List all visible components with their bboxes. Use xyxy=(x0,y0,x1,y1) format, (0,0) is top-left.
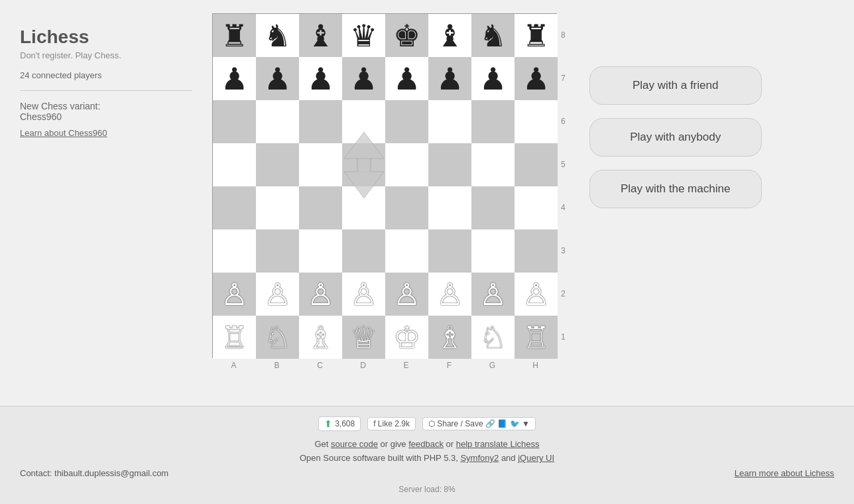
share-badge[interactable]: ⬡ Share / Save 🔗 📘 🐦 ▼ xyxy=(422,417,536,430)
symfony2-link[interactable]: Symfony2 xyxy=(460,453,499,463)
square-A3[interactable] xyxy=(213,229,256,273)
square-B8[interactable]: ♞ xyxy=(256,14,299,57)
square-H1[interactable]: ♖ xyxy=(515,316,558,359)
square-H7[interactable]: ♟ xyxy=(515,57,558,100)
square-B7[interactable]: ♟ xyxy=(256,57,299,100)
square-C2[interactable]: ♙ xyxy=(299,273,342,316)
square-D1[interactable]: ♕ xyxy=(342,316,385,359)
square-E8[interactable]: ♚ xyxy=(385,14,428,57)
square-C6[interactable] xyxy=(299,100,342,143)
square-F2[interactable]: ♙ xyxy=(428,273,471,316)
file-h: H xyxy=(514,361,557,370)
square-B1[interactable]: ♘ xyxy=(256,316,299,359)
square-A6[interactable] xyxy=(213,100,256,143)
square-D3[interactable] xyxy=(342,229,385,273)
square-F5[interactable] xyxy=(428,143,471,186)
square-H8[interactable]: ♜ xyxy=(515,14,558,57)
square-C5[interactable] xyxy=(299,143,342,186)
square-A4[interactable] xyxy=(213,186,256,229)
main-content: Lichess Don't register. Play Chess. 24 c… xyxy=(0,0,854,406)
square-A1[interactable]: ♖ xyxy=(213,316,256,359)
square-G5[interactable] xyxy=(471,143,515,186)
footer-links: Get source code or give feedback or help… xyxy=(13,439,841,449)
square-E1[interactable]: ♔ xyxy=(385,316,428,359)
footer: ⬆ 3,608 f Like 2.9k ⬡ Share / Save 🔗 📘 🐦… xyxy=(0,406,854,504)
square-H4[interactable] xyxy=(515,186,558,229)
learn-more-link[interactable]: Learn more about Lichess xyxy=(735,468,834,478)
square-E7[interactable]: ♟ xyxy=(385,57,428,100)
translate-link[interactable]: help translate Lichess xyxy=(456,439,540,449)
square-F8[interactable]: ♝ xyxy=(428,14,471,57)
square-D5[interactable] xyxy=(342,143,385,186)
square-G3[interactable] xyxy=(471,229,515,273)
square-B6[interactable] xyxy=(256,100,299,143)
square-C8[interactable]: ♝ xyxy=(299,14,342,57)
stumbleupon-badge[interactable]: ⬆ 3,608 xyxy=(318,416,361,431)
square-B4[interactable] xyxy=(256,186,299,229)
square-D6[interactable] xyxy=(342,100,385,143)
square-E5[interactable] xyxy=(385,143,428,186)
square-E6[interactable] xyxy=(385,100,428,143)
square-C1[interactable]: ♗ xyxy=(299,316,342,359)
square-C4[interactable] xyxy=(299,186,342,229)
square-D7[interactable]: ♟ xyxy=(342,57,385,100)
rank-5: 5 xyxy=(561,143,566,186)
su-count: 3,608 xyxy=(335,419,355,428)
square-F6[interactable] xyxy=(428,100,471,143)
square-F1[interactable]: ♗ xyxy=(428,316,471,359)
server-load: Server load: 8% xyxy=(13,485,841,494)
square-E4[interactable] xyxy=(385,186,428,229)
square-G4[interactable] xyxy=(471,186,515,229)
square-G6[interactable] xyxy=(471,100,515,143)
square-D2[interactable]: ♙ xyxy=(342,273,385,316)
opensource-text: Open Source software built with PHP 5.3, xyxy=(300,453,458,463)
play-anybody-button[interactable]: Play with anybody xyxy=(589,118,762,157)
square-F3[interactable] xyxy=(428,229,471,273)
square-H3[interactable] xyxy=(515,229,558,273)
file-e: E xyxy=(385,361,428,370)
footer-contact-bar: Contact: thibault.duplessis@gmail.com Le… xyxy=(13,468,841,478)
square-F7[interactable]: ♟ xyxy=(428,57,471,100)
file-a: A xyxy=(212,361,255,370)
jquery-link[interactable]: jQuery UI xyxy=(518,453,554,463)
square-A2[interactable]: ♙ xyxy=(213,273,256,316)
square-D8[interactable]: ♛ xyxy=(342,14,385,57)
square-H5[interactable] xyxy=(515,143,558,186)
square-C3[interactable] xyxy=(299,229,342,273)
facebook-badge[interactable]: f Like 2.9k xyxy=(367,417,416,430)
share-icons: 🔗 📘 🐦 ▼ xyxy=(485,419,530,428)
share-text: Share / Save xyxy=(437,419,483,428)
chess-area: ♜♞♝♛♚♝♞♜♟♟♟♟♟♟♟♟ ♙♙♙♙♙♙♙♙♖♘♗♕♔♗♘♖ A B C … xyxy=(212,13,782,393)
square-G8[interactable]: ♞ xyxy=(471,14,515,57)
file-d: D xyxy=(341,361,385,370)
square-G2[interactable]: ♙ xyxy=(471,273,515,316)
square-B5[interactable] xyxy=(256,143,299,186)
square-H2[interactable]: ♙ xyxy=(515,273,558,316)
file-f: F xyxy=(428,361,471,370)
square-A7[interactable]: ♟ xyxy=(213,57,256,100)
contact-text: Contact: thibault.duplessis@gmail.com xyxy=(20,468,168,478)
square-G1[interactable]: ♘ xyxy=(471,316,515,359)
square-B3[interactable] xyxy=(256,229,299,273)
square-H6[interactable] xyxy=(515,100,558,143)
square-F4[interactable] xyxy=(428,186,471,229)
square-G7[interactable]: ♟ xyxy=(471,57,515,100)
source-code-link[interactable]: source code xyxy=(331,439,378,449)
square-C7[interactable]: ♟ xyxy=(299,57,342,100)
feedback-link[interactable]: feedback xyxy=(408,439,444,449)
play-friend-button[interactable]: Play with a friend xyxy=(589,66,762,105)
rank-labels: 8 7 6 5 4 3 2 1 xyxy=(557,13,570,358)
square-E3[interactable] xyxy=(385,229,428,273)
file-g: G xyxy=(471,361,514,370)
square-A8[interactable]: ♜ xyxy=(213,14,256,57)
site-title: Lichess xyxy=(20,27,192,48)
square-A5[interactable] xyxy=(213,143,256,186)
footer-opensource: Open Source software built with PHP 5.3,… xyxy=(13,453,841,463)
play-machine-button[interactable]: Play with the machine xyxy=(589,170,762,208)
learn-chess960-link[interactable]: Learn about Chess960 xyxy=(20,128,107,138)
rank-8: 8 xyxy=(561,13,566,56)
sidebar-divider xyxy=(20,90,192,91)
square-D4[interactable] xyxy=(342,186,385,229)
square-E2[interactable]: ♙ xyxy=(385,273,428,316)
square-B2[interactable]: ♙ xyxy=(256,273,299,316)
